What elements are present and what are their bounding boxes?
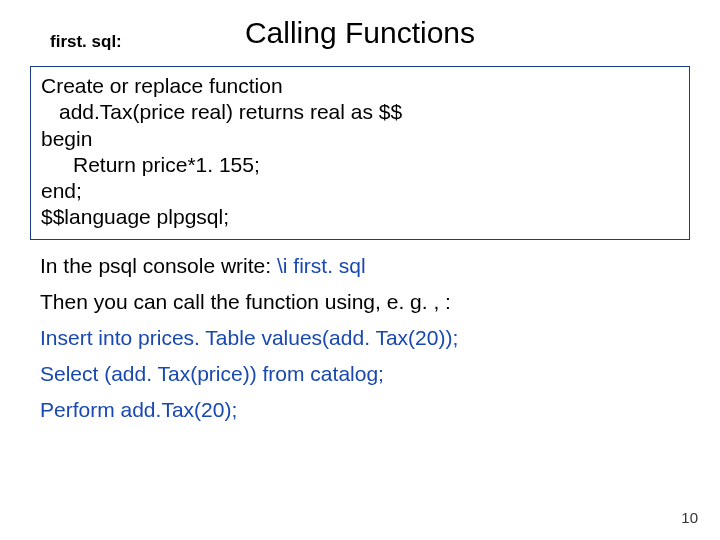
- code-line: $$language plpgsql;: [41, 204, 679, 230]
- body-line-1b: \i first. sql: [277, 254, 366, 277]
- code-line: begin: [41, 126, 679, 152]
- body-line-1a: In the psql console write:: [40, 254, 277, 277]
- code-line: end;: [41, 178, 679, 204]
- slide-title: Calling Functions: [30, 16, 690, 50]
- body-line-1: In the psql console write: \i first. sql: [40, 254, 680, 278]
- code-box: Create or replace function add.Tax(price…: [30, 66, 690, 240]
- code-line: add.Tax(price real) returns real as $$: [41, 99, 679, 125]
- code-line: Return price*1. 155;: [41, 152, 679, 178]
- slide-header: first. sql: Calling Functions: [30, 18, 690, 62]
- code-line: Create or replace function: [41, 73, 679, 99]
- page-number: 10: [681, 509, 698, 526]
- slide: first. sql: Calling Functions Create or …: [0, 0, 720, 540]
- body-line-3: Insert into prices. Table values(add. Ta…: [40, 326, 680, 350]
- body-line-4: Select (add. Tax(price)) from catalog;: [40, 362, 680, 386]
- body-line-5: Perform add.Tax(20);: [40, 398, 680, 422]
- body-line-2: Then you can call the function using, e.…: [40, 290, 680, 314]
